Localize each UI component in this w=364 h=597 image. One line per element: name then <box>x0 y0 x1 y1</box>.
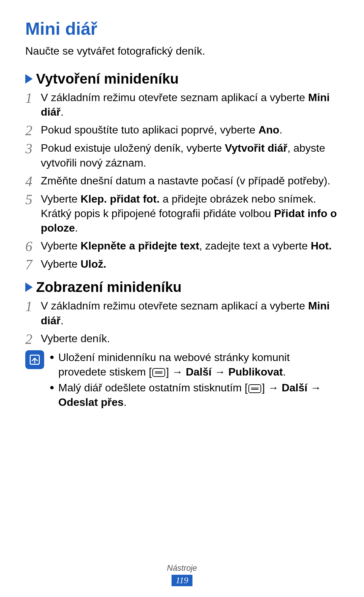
step-text: Vyberte deník. <box>41 331 339 346</box>
step-b1: 1 V základním režimu otevřete seznam apl… <box>25 299 339 328</box>
step-number: 1 <box>25 299 41 314</box>
note-bullet-2: Malý diář odešlete ostatním stisknutím [… <box>50 381 339 410</box>
step-text: Pokud existuje uložený deník, vyberte Vy… <box>41 141 339 170</box>
step-number: 7 <box>25 257 41 272</box>
page-title: Mini diář <box>25 19 339 39</box>
step-number: 1 <box>25 90 41 105</box>
note-bullet-1: Uložení minidenníku na webové stránky ko… <box>50 350 339 379</box>
step-text: Pokud spouštíte tuto aplikaci poprvé, vy… <box>41 123 339 137</box>
page-number-badge: 119 <box>172 575 192 586</box>
step-text: Vyberte Ulož. <box>41 257 339 271</box>
bullet-dot-icon <box>50 356 54 359</box>
intro-text: Naučte se vytvářet fotografický deník. <box>25 45 339 57</box>
note-block: Uložení minidenníku na webové stránky ko… <box>25 350 339 411</box>
bullet-dot-icon <box>50 386 54 389</box>
step-text: Vyberte Klepněte a přidejte text, zadejt… <box>41 239 339 253</box>
step-number: 3 <box>25 141 41 156</box>
menu-key-icon <box>152 368 165 377</box>
step-text: V základním režimu otevřete seznam aplik… <box>41 299 339 328</box>
step-6: 6 Vyberte Klepněte a přidejte text, zade… <box>25 239 339 253</box>
step-b2: 2 Vyberte deník. <box>25 331 339 346</box>
step-number: 4 <box>25 174 41 188</box>
step-1: 1 V základním režimu otevřete seznam apl… <box>25 90 339 119</box>
note-body: Uložení minidenníku na webové stránky ko… <box>50 350 339 411</box>
chevron-right-icon <box>25 282 33 292</box>
step-5: 5 Vyberte Klep. přidat fot. a přidejte o… <box>25 192 339 236</box>
note-icon <box>25 350 44 369</box>
bullet-text: Malý diář odešlete ostatním stisknutím [… <box>58 381 339 410</box>
step-text: Změňte dnešní datum a nastavte počasí (v… <box>41 174 339 188</box>
step-4: 4 Změňte dnešní datum a nastavte počasí … <box>25 174 339 188</box>
step-7: 7 Vyberte Ulož. <box>25 257 339 272</box>
section-title: Vytvoření minideníku <box>36 71 179 87</box>
footer-section-label: Nástroje <box>0 563 364 573</box>
step-3: 3 Pokud existuje uložený deník, vyberte … <box>25 141 339 170</box>
bullet-text: Uložení minidenníku na webové stránky ko… <box>58 350 339 379</box>
page-footer: Nástroje 119 <box>0 563 364 586</box>
step-text: Vyberte Klep. přidat fot. a přidejte obr… <box>41 192 339 236</box>
step-number: 6 <box>25 239 41 253</box>
section-heading-create: Vytvoření minideníku <box>25 71 339 87</box>
section-title: Zobrazení minideníku <box>36 279 182 295</box>
section-heading-view: Zobrazení minideníku <box>25 279 339 295</box>
step-text: V základním režimu otevřete seznam aplik… <box>41 90 339 119</box>
step-number: 2 <box>25 123 41 138</box>
step-number: 5 <box>25 192 41 207</box>
step-2: 2 Pokud spouštíte tuto aplikaci poprvé, … <box>25 123 339 138</box>
step-number: 2 <box>25 331 41 346</box>
menu-key-icon <box>248 384 261 393</box>
chevron-right-icon <box>25 74 33 84</box>
